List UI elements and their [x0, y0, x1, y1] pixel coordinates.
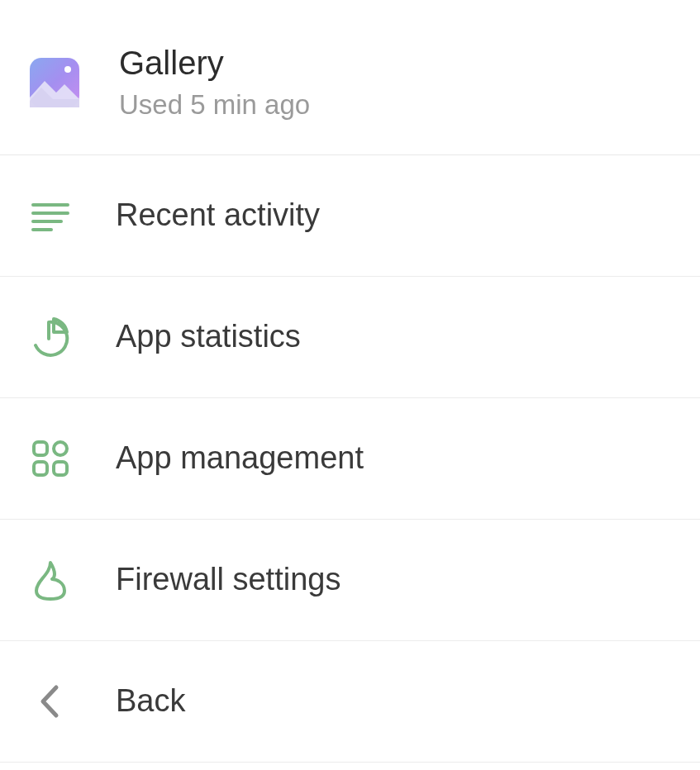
svg-rect-9 — [54, 462, 67, 475]
menu-item-back[interactable]: Back — [0, 641, 700, 763]
menu-item-firewall-settings[interactable]: Firewall settings — [0, 520, 700, 641]
menu-item-app-management[interactable]: App management — [0, 398, 700, 520]
svg-point-1 — [64, 66, 71, 73]
activity-lines-icon — [30, 195, 71, 236]
app-title: Gallery — [119, 43, 310, 83]
grid-apps-icon — [30, 438, 71, 479]
chevron-left-icon — [30, 681, 71, 722]
flame-icon — [30, 559, 71, 601]
pie-chart-icon — [30, 316, 71, 358]
gallery-app-icon — [30, 58, 79, 107]
svg-point-7 — [54, 442, 67, 455]
menu-item-app-statistics[interactable]: App statistics — [0, 277, 700, 398]
app-subtitle: Used 5 min ago — [119, 88, 310, 123]
menu-label: Back — [116, 683, 185, 719]
menu-label: Firewall settings — [116, 562, 340, 597]
app-header-texts: Gallery Used 5 min ago — [119, 43, 310, 123]
menu-label: App management — [116, 440, 364, 476]
svg-rect-6 — [34, 442, 47, 455]
menu-label: Recent activity — [116, 197, 320, 233]
menu-label: App statistics — [116, 319, 301, 354]
app-header[interactable]: Gallery Used 5 min ago — [0, 0, 700, 155]
svg-rect-8 — [34, 462, 47, 475]
menu-item-recent-activity[interactable]: Recent activity — [0, 155, 700, 277]
